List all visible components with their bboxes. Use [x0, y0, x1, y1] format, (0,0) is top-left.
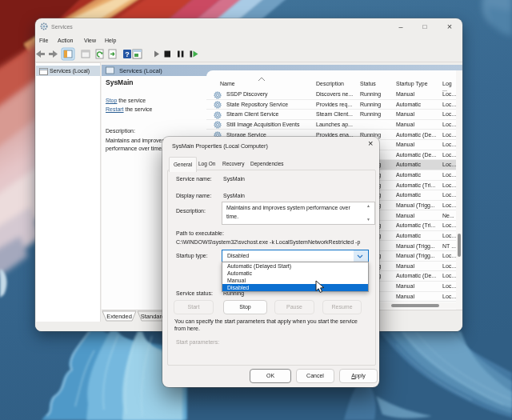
svg-text:Extended: Extended [106, 313, 132, 320]
svg-text:Standard: Standard [141, 313, 165, 320]
svg-text:?: ? [125, 50, 130, 58]
